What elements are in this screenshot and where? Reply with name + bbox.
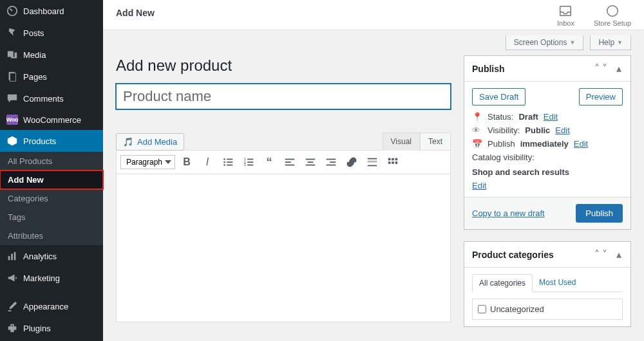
help-button[interactable]: Help▼	[590, 35, 631, 50]
menu-plugins[interactable]: Plugins	[0, 317, 103, 339]
status-label: Status:	[488, 112, 513, 122]
svg-rect-18	[247, 161, 253, 163]
align-left-button[interactable]	[281, 153, 299, 171]
bold-button[interactable]: B	[178, 153, 196, 171]
copy-draft-link[interactable]: Copy to a new draft	[472, 208, 545, 218]
tab-all-categories[interactable]: All categories	[472, 274, 533, 292]
box-icon	[6, 135, 18, 147]
eye-icon: 👁	[472, 125, 482, 135]
svg-rect-10	[227, 159, 232, 160]
submenu-attributes[interactable]: Attributes	[0, 226, 103, 245]
menu-comments[interactable]: Comments	[0, 88, 103, 109]
menu-woocommerce[interactable]: Woo WooCommerce	[0, 109, 103, 130]
tab-text[interactable]: Text	[420, 133, 451, 151]
submenu-categories[interactable]: Categories	[0, 189, 103, 208]
status-value: Draft	[518, 112, 538, 122]
align-center-button[interactable]	[301, 153, 319, 171]
inbox-button[interactable]: Inbox	[557, 4, 574, 27]
add-media-button[interactable]: 🎵 Add Media	[116, 133, 184, 151]
menu-pages[interactable]: Pages	[0, 66, 103, 88]
svg-rect-4	[8, 256, 10, 260]
page-title: Add new product	[116, 57, 451, 75]
svg-rect-12	[227, 161, 232, 163]
toggle-panel-button[interactable]: ▴	[615, 248, 623, 261]
bullet-list-button[interactable]	[219, 153, 237, 171]
svg-rect-2	[10, 73, 15, 82]
quote-button[interactable]: “	[260, 153, 278, 171]
toolbar-toggle-button[interactable]	[384, 153, 402, 171]
save-draft-button[interactable]: Save Draft	[472, 88, 526, 106]
menu-media[interactable]: Media	[0, 44, 103, 66]
visibility-label: Visibility:	[488, 125, 520, 135]
submenu-tags[interactable]: Tags	[0, 208, 103, 226]
svg-text:3: 3	[244, 163, 246, 167]
move-up-button[interactable]: ˄	[593, 248, 601, 261]
readmore-button[interactable]	[363, 153, 381, 171]
paragraph-select[interactable]: Paragraph	[120, 155, 175, 169]
svg-rect-27	[327, 159, 336, 160]
menu-posts[interactable]: Posts	[0, 22, 103, 44]
svg-rect-38	[392, 161, 394, 164]
category-checkbox[interactable]	[478, 305, 486, 313]
move-down-button[interactable]: ˅	[601, 62, 609, 75]
category-item[interactable]: Uncategorized	[478, 304, 617, 314]
store-setup-button[interactable]: Store Setup	[594, 4, 631, 27]
menu-label: Analytics	[23, 252, 57, 261]
music-note-icon: 🎵	[123, 137, 133, 147]
menu-label: Pages	[23, 72, 47, 82]
edit-status-link[interactable]: Edit	[544, 112, 558, 122]
svg-rect-29	[327, 165, 336, 166]
topbar: Add New Inbox Store Setup	[103, 0, 644, 30]
tab-most-used[interactable]: Most Used	[533, 274, 582, 291]
publish-button[interactable]: Publish	[576, 204, 623, 223]
menu-products[interactable]: Products	[0, 130, 103, 152]
svg-rect-26	[306, 165, 315, 166]
submenu-all-products[interactable]: All Products	[0, 152, 103, 170]
submenu-add-new[interactable]: Add New	[0, 170, 103, 189]
edit-catalog-link[interactable]: Edit	[472, 181, 486, 190]
inbox-label: Inbox	[557, 19, 574, 27]
move-down-button[interactable]: ˅	[601, 248, 609, 261]
menu-appearance[interactable]: Appearance	[0, 295, 103, 317]
svg-rect-33	[368, 165, 377, 167]
number-list-button[interactable]: 123	[240, 153, 258, 171]
svg-rect-36	[395, 158, 398, 161]
woo-icon: Woo	[6, 115, 18, 125]
menu-label: Appearance	[23, 302, 68, 311]
schedule-value: immediately	[520, 139, 569, 149]
menu-label: Media	[23, 50, 46, 60]
toggle-panel-button[interactable]: ▴	[615, 62, 623, 75]
move-up-button[interactable]: ˄	[593, 62, 601, 75]
dashboard-icon	[6, 5, 18, 17]
product-name-input[interactable]	[116, 84, 451, 109]
menu-dashboard[interactable]: Dashboard	[0, 0, 103, 22]
screen-options-button[interactable]: Screen Options▼	[506, 35, 584, 50]
tab-visual[interactable]: Visual	[383, 133, 420, 151]
menu-label: Dashboard	[23, 6, 64, 16]
svg-rect-32	[368, 162, 377, 163]
preview-button[interactable]: Preview	[579, 88, 623, 106]
svg-rect-22	[285, 161, 291, 163]
svg-rect-35	[392, 158, 394, 161]
link-button[interactable]	[343, 153, 361, 171]
menu-analytics[interactable]: Analytics	[0, 245, 103, 267]
edit-visibility-link[interactable]: Edit	[555, 125, 569, 135]
catalog-value: Shop and search results	[472, 167, 569, 177]
edit-schedule-link[interactable]: Edit	[574, 139, 588, 149]
italic-button[interactable]: I	[198, 153, 216, 171]
editor-body[interactable]	[116, 174, 451, 322]
menu-label: WooCommerce	[23, 115, 81, 125]
svg-rect-16	[247, 159, 253, 160]
svg-rect-37	[388, 161, 391, 164]
categories-title: Product categories	[472, 250, 593, 260]
brush-icon	[6, 300, 18, 312]
publish-box: Publish ˄ ˅ ▴ Save Draft Preview 📍 Statu…	[464, 55, 631, 230]
categories-box: Product categories ˄ ˅ ▴ All categories …	[464, 241, 631, 327]
menu-label: Comments	[23, 94, 64, 104]
store-setup-label: Store Setup	[594, 19, 631, 27]
svg-rect-34	[388, 158, 391, 161]
comment-icon	[6, 93, 18, 104]
menu-marketing[interactable]: Marketing	[0, 267, 103, 289]
align-right-button[interactable]	[322, 153, 340, 171]
svg-rect-14	[227, 165, 232, 166]
